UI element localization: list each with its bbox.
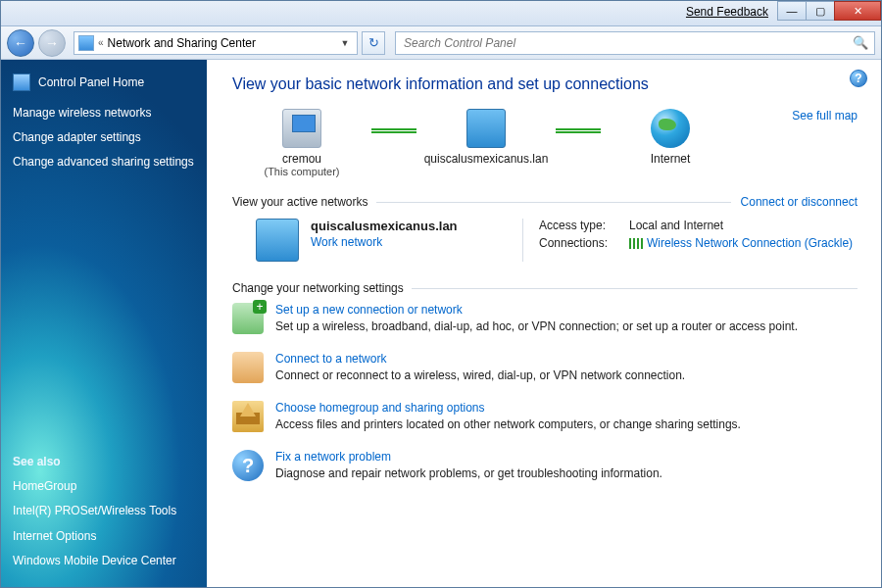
access-type-value: Local and Internet	[629, 219, 723, 232]
control-panel-home[interactable]: Control Panel Home	[13, 74, 195, 91]
help-icon[interactable]: ?	[850, 70, 867, 87]
address-icon	[78, 35, 94, 51]
setting-setup-connection: Set up a new connection or network Set u…	[232, 303, 858, 334]
window-buttons: — ▢ ✕	[778, 1, 881, 21]
setting-connect-network: Connect to a network Connect or reconnec…	[232, 352, 858, 383]
signal-icon	[629, 238, 643, 249]
divider	[522, 219, 523, 262]
map-node-internet[interactable]: Internet	[601, 109, 740, 166]
fix-problem-icon: ?	[232, 450, 264, 481]
sidebar-link-manage-wireless[interactable]: Manage wireless networks	[13, 105, 195, 121]
rule	[376, 202, 731, 203]
active-network-panel: quiscalusmexicanus.lan Work network Acce…	[256, 219, 858, 262]
control-panel-icon	[13, 74, 30, 91]
connections-label: Connections:	[539, 236, 629, 250]
refresh-button[interactable]: ↻	[362, 31, 385, 55]
setting-desc: Access files and printers located on oth…	[275, 417, 741, 431]
network-map: See full map cremou (This computer) quis…	[232, 109, 858, 177]
search-input[interactable]	[402, 35, 853, 51]
connections-value: Wireless Network Connection (Grackle)	[647, 236, 853, 250]
setting-homegroup: Choose homegroup and sharing options Acc…	[232, 401, 858, 432]
setup-connection-icon	[232, 303, 264, 334]
seealso-wmdc[interactable]: Windows Mobile Device Center	[13, 553, 195, 568]
settings-label: Change your networking settings	[232, 281, 404, 295]
breadcrumb-prefix: «	[98, 37, 104, 48]
search-icon[interactable]: 🔍	[853, 35, 868, 50]
setting-desc: Diagnose and repair network problems, or…	[275, 466, 662, 480]
network-icon	[256, 219, 299, 262]
seealso-intel-proset[interactable]: Intel(R) PROSet/Wireless Tools	[13, 503, 195, 518]
map-node-router[interactable]: quiscalusmexicanus.lan	[416, 109, 556, 166]
page-title: View your basic network information and …	[232, 75, 858, 93]
navbar: ← → « Network and Sharing Center ▼ ↻ 🔍	[1, 26, 881, 60]
settings-list: Set up a new connection or network Set u…	[232, 303, 858, 481]
map-connection-line	[371, 128, 416, 133]
titlebar: Send Feedback — ▢ ✕	[1, 1, 881, 26]
setting-title-link[interactable]: Set up a new connection or network	[275, 303, 798, 317]
active-network-right: Access type: Local and Internet Connecti…	[539, 219, 853, 262]
map-node1-name: cremou	[232, 152, 371, 166]
connect-network-icon	[232, 352, 264, 383]
address-bar[interactable]: « Network and Sharing Center ▼	[74, 31, 358, 55]
sidebar: Control Panel Home Manage wireless netwo…	[1, 60, 207, 587]
breadcrumb: Network and Sharing Center	[108, 36, 333, 50]
globe-icon	[651, 109, 690, 148]
rule	[412, 288, 858, 289]
active-networks-header: View your active networks Connect or dis…	[232, 195, 858, 209]
active-network-type-link[interactable]: Work network	[311, 235, 458, 249]
see-also-heading: See also	[13, 455, 195, 468]
window: Send Feedback — ▢ ✕ ← → « Network and Sh…	[0, 0, 882, 588]
minimize-button[interactable]: —	[777, 1, 807, 21]
back-button[interactable]: ←	[7, 29, 34, 57]
active-networks-label: View your active networks	[232, 195, 368, 209]
send-feedback-link[interactable]: Send Feedback	[686, 5, 768, 19]
maximize-button[interactable]: ▢	[806, 1, 835, 21]
setting-title-link[interactable]: Connect to a network	[275, 352, 685, 366]
connect-disconnect-link[interactable]: Connect or disconnect	[741, 195, 858, 209]
settings-header: Change your networking settings	[232, 281, 858, 295]
map-connection-line	[556, 128, 601, 133]
computer-icon	[282, 109, 321, 148]
seealso-internet-options[interactable]: Internet Options	[13, 528, 195, 544]
address-dropdown-icon[interactable]: ▼	[337, 38, 353, 48]
sidebar-link-adapter-settings[interactable]: Change adapter settings	[13, 129, 195, 145]
sidebar-link-advanced-sharing[interactable]: Change advanced sharing settings	[13, 154, 195, 170]
setting-desc: Connect or reconnect to a wireless, wire…	[275, 368, 685, 382]
map-node2-name: quiscalusmexicanus.lan	[416, 152, 556, 166]
setting-fix-problem: ? Fix a network problem Diagnose and rep…	[232, 450, 858, 481]
see-full-map-link[interactable]: See full map	[792, 109, 858, 122]
control-panel-home-label: Control Panel Home	[38, 75, 144, 89]
forward-button[interactable]: →	[38, 29, 66, 57]
content: ? View your basic network information an…	[207, 60, 881, 587]
homegroup-icon	[232, 401, 264, 432]
body: Control Panel Home Manage wireless netwo…	[1, 60, 881, 587]
close-button[interactable]: ✕	[834, 1, 881, 21]
active-network-name: quiscalusmexicanus.lan	[311, 219, 458, 233]
setting-title-link[interactable]: Fix a network problem	[275, 450, 662, 464]
seealso-homegroup[interactable]: HomeGroup	[13, 478, 195, 494]
access-type-label: Access type:	[539, 219, 629, 232]
map-node3-name: Internet	[601, 152, 740, 166]
active-network-left: quiscalusmexicanus.lan Work network	[256, 219, 507, 262]
search-bar[interactable]: 🔍	[395, 31, 875, 55]
setting-desc: Set up a wireless, broadband, dial-up, a…	[275, 319, 798, 333]
connections-link[interactable]: Wireless Network Connection (Grackle)	[629, 236, 853, 250]
router-icon	[466, 109, 506, 148]
map-node1-sub: (This computer)	[232, 166, 371, 177]
setting-title-link[interactable]: Choose homegroup and sharing options	[275, 401, 741, 415]
map-node-this-pc[interactable]: cremou (This computer)	[232, 109, 371, 177]
